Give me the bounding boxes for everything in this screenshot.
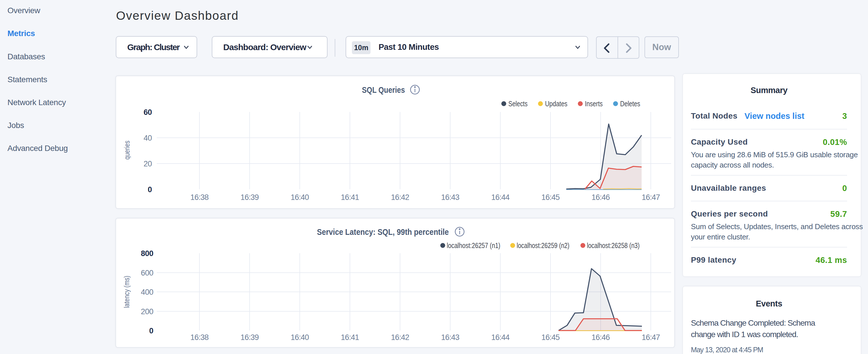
svg-text:16:43: 16:43 [441, 193, 459, 202]
svg-text:16:47: 16:47 [642, 333, 660, 342]
svg-text:16:40: 16:40 [290, 333, 309, 342]
svg-text:16:40: 16:40 [290, 193, 309, 202]
svg-text:16:39: 16:39 [241, 333, 259, 342]
svg-text:400: 400 [141, 288, 153, 296]
svg-text:16:38: 16:38 [190, 333, 209, 342]
svg-text:16:43: 16:43 [441, 333, 459, 342]
svg-text:60: 60 [144, 108, 152, 117]
svg-text:16:39: 16:39 [241, 193, 259, 202]
svg-text:Updates: Updates [545, 99, 567, 108]
svg-text:localhost:26258 (n3): localhost:26258 (n3) [587, 241, 640, 250]
svg-text:16:44: 16:44 [491, 333, 509, 342]
svg-text:Selects: Selects [508, 99, 528, 108]
svg-text:queries: queries [123, 141, 131, 160]
svg-text:0: 0 [149, 326, 153, 335]
svg-text:Service Latency: SQL, 99th per: Service Latency: SQL, 99th percentile [317, 227, 449, 236]
svg-text:Deletes: Deletes [620, 99, 640, 108]
svg-text:200: 200 [141, 307, 153, 316]
svg-text:16:44: 16:44 [491, 193, 509, 202]
svg-text:0: 0 [148, 185, 152, 194]
svg-text:16:45: 16:45 [541, 193, 560, 202]
svg-text:16:41: 16:41 [341, 333, 359, 342]
svg-text:16:46: 16:46 [591, 193, 610, 202]
svg-text:16:41: 16:41 [341, 193, 359, 202]
svg-text:800: 800 [141, 249, 153, 258]
svg-text:latency (ms): latency (ms) [122, 276, 131, 308]
svg-text:16:38: 16:38 [190, 193, 209, 202]
svg-text:16:45: 16:45 [541, 333, 560, 342]
svg-text:SQL Queries: SQL Queries [362, 85, 405, 95]
svg-text:Inserts: Inserts [585, 99, 602, 108]
svg-text:16:42: 16:42 [391, 193, 409, 202]
svg-text:600: 600 [141, 269, 153, 277]
svg-text:localhost:26257 (n1): localhost:26257 (n1) [447, 241, 500, 250]
svg-text:16:46: 16:46 [591, 333, 610, 342]
svg-text:localhost:26259 (n2): localhost:26259 (n2) [517, 241, 569, 250]
svg-text:16:47: 16:47 [642, 193, 660, 202]
svg-text:20: 20 [144, 160, 152, 168]
svg-text:40: 40 [144, 134, 152, 142]
svg-text:16:42: 16:42 [391, 333, 409, 342]
